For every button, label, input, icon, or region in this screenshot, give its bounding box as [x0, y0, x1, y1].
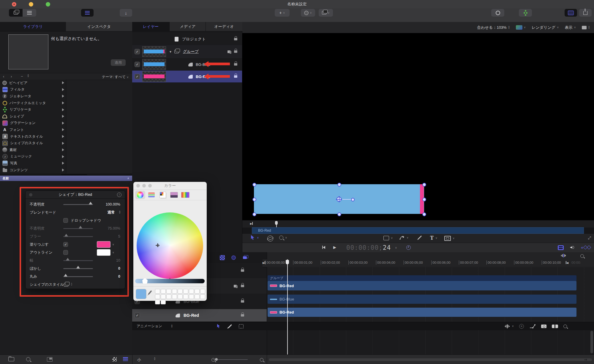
swatch-well[interactable] — [166, 289, 171, 294]
fullscreen-icon[interactable]: ⤢ — [588, 236, 591, 240]
timeline-lower-area[interactable] — [267, 330, 594, 355]
bg-blue-visibility-checkbox[interactable]: ✓ — [135, 62, 140, 67]
library-category-behaviors[interactable]: ビヘイビア — [0, 80, 66, 86]
blend-mode-value[interactable]: 通常 — [108, 210, 115, 215]
go-to-start-button[interactable] — [322, 246, 325, 249]
hud-titlebar[interactable]: シェイプ：BG-Red i — [26, 191, 125, 199]
picker-titlebar[interactable]: カラー — [133, 182, 207, 190]
show-keyframes-icon[interactable]: « — [581, 245, 590, 250]
fit-zoom-control[interactable]: 合わせる：103%∧∨ — [477, 25, 510, 30]
image-palettes-tab[interactable] — [169, 191, 179, 199]
shadow-opacity-slider[interactable] — [63, 228, 93, 229]
pencil-icon[interactable] — [228, 324, 232, 328]
selection-handle[interactable] — [252, 212, 256, 216]
timing-icon[interactable] — [406, 245, 411, 250]
waveform-menu-chevron[interactable]: ∨ — [512, 325, 514, 328]
disclosure-triangle-icon[interactable]: ▼ — [169, 50, 172, 53]
hud-info-icon[interactable]: i — [117, 193, 121, 197]
hud-button[interactable] — [565, 9, 577, 17]
swatch-well[interactable] — [183, 294, 188, 299]
keyframe-curve-icon[interactable] — [529, 324, 536, 329]
show-filters-icon[interactable] — [243, 256, 247, 259]
outline-color-chevron[interactable]: ∨ — [112, 251, 114, 254]
hud-window[interactable]: シェイプ：BG-Red i 不透明度 100.00% ブレンドモード 通常 ∧∨… — [25, 190, 125, 289]
lock-icon[interactable] — [241, 285, 244, 287]
track-group[interactable]: グループ — [268, 275, 576, 281]
view-menu[interactable]: 表示∨ — [565, 25, 576, 30]
current-color-swatch[interactable] — [136, 289, 146, 299]
show-audio-tracks-icon[interactable] — [570, 246, 574, 249]
new-fol der-icon[interactable] — [8, 357, 14, 361]
track-bg-red-1[interactable]: BG-Red — [268, 281, 576, 290]
track-bg-red-2[interactable]: BG-Red — [268, 308, 576, 317]
timeline-tracks-area[interactable]: グループ BG-Red BG-Blue BG-Red — [267, 267, 594, 322]
tab-layers[interactable]: レイヤー — [132, 22, 169, 31]
channel-select-control[interactable]: ∨ — [516, 25, 526, 30]
theme-filter[interactable]: テーマ: すべて ∨ — [102, 74, 129, 80]
lock-icon[interactable] — [234, 38, 237, 40]
mask-tool[interactable]: ∨ — [444, 236, 455, 241]
outline-checkbox[interactable] — [63, 250, 68, 255]
swatch-well[interactable] — [195, 294, 200, 299]
swatch-well[interactable] — [178, 289, 183, 294]
show-masks-icon[interactable] — [220, 255, 225, 260]
color-wheel[interactable] — [137, 212, 203, 279]
behaviors-button[interactable]: ∨ — [301, 9, 315, 17]
selection-handle[interactable] — [337, 212, 341, 216]
swatch-well[interactable] — [161, 294, 166, 299]
mini-playhead[interactable] — [275, 221, 278, 225]
library-category-photos[interactable]: 写真 — [0, 160, 66, 167]
play-range-start-marker[interactable]: ▶ — [250, 222, 253, 225]
timeline-zoom-track[interactable] — [213, 359, 248, 360]
selection-handle[interactable] — [337, 183, 341, 187]
fill-checkbox[interactable]: ✓ — [63, 242, 68, 247]
show-behaviors-icon[interactable] — [231, 255, 236, 260]
tab-inspector[interactable]: インスペクタ — [66, 22, 132, 31]
select-tool[interactable]: ∨ — [251, 235, 259, 241]
drop-shadow-checkbox[interactable] — [63, 218, 68, 223]
library-category-replicators[interactable]: リプリケータ — [0, 106, 66, 113]
timecode-menu-chevron[interactable]: ∨ — [395, 247, 397, 249]
tab-library[interactable]: ライブラリ — [0, 22, 66, 31]
outline-color-swatch[interactable] — [97, 249, 110, 256]
lock-icon[interactable] — [241, 269, 244, 272]
grid-view-icon[interactable] — [112, 357, 117, 362]
preview-panel-icon[interactable] — [47, 357, 53, 362]
swatch-well[interactable] — [178, 294, 183, 299]
horizontal-scrollbar[interactable] — [269, 358, 592, 361]
swatch-well[interactable] — [161, 289, 166, 294]
zoom-button[interactable] — [46, 2, 50, 7]
selection-handle[interactable] — [252, 198, 256, 201]
text-tool[interactable]: T∨ — [430, 235, 437, 241]
clear-icon[interactable]: ✕ — [519, 324, 524, 329]
tab-audio[interactable]: オーディオ — [206, 22, 242, 31]
minimize-button[interactable] — [29, 2, 33, 7]
filters-button[interactable]: ∨ — [319, 9, 333, 17]
name-column-header[interactable]: 名前 ∧ — [0, 176, 132, 181]
feather-slider[interactable] — [63, 268, 93, 269]
remove-button[interactable]: − — [21, 74, 23, 79]
library-category-shapes[interactable]: シェイプ — [0, 113, 66, 120]
apply-button[interactable]: 適用 — [111, 59, 126, 66]
track-bg-blue[interactable]: BG-Blue — [268, 295, 576, 304]
swatch-well[interactable] — [183, 289, 188, 294]
audio-waveform-icon[interactable] — [505, 324, 510, 328]
show-video-tracks-icon[interactable] — [558, 245, 564, 250]
group-row-label[interactable]: グループ — [183, 49, 199, 54]
timecode-display[interactable]: 00:00:00;24 — [346, 244, 391, 251]
library-category-music[interactable]: ♪ミュージック — [0, 153, 66, 160]
library-toolbar-button[interactable] — [9, 9, 23, 17]
lock-icon[interactable] — [241, 314, 244, 317]
eyedropper-icon[interactable] — [148, 290, 152, 295]
marquee-select-icon[interactable] — [239, 324, 244, 328]
fill-color-swatch[interactable] — [97, 241, 110, 248]
project-panel-button[interactable] — [81, 9, 94, 17]
isolate-icon[interactable] — [234, 285, 237, 287]
path-stepper[interactable]: ∧∨ — [27, 74, 29, 77]
list-view-icon[interactable] — [123, 357, 128, 361]
swatch-well[interactable] — [189, 294, 194, 299]
color-sliders-tab[interactable] — [146, 191, 157, 199]
swatch-well[interactable] — [155, 289, 160, 294]
playhead-pin[interactable] — [286, 260, 289, 264]
swatch-well[interactable] — [195, 289, 200, 294]
